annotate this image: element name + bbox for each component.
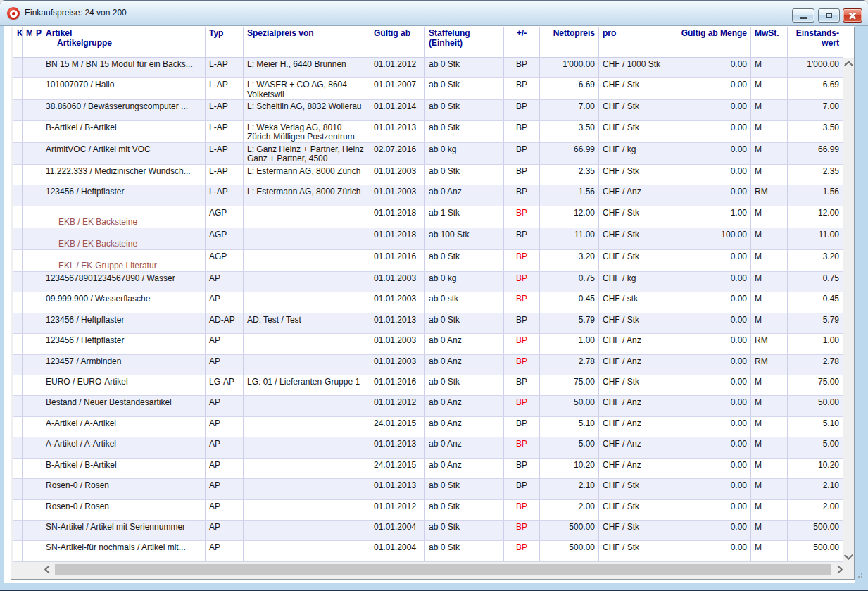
cell-m — [23, 58, 32, 77]
titlebar[interactable]: Einkaufspreise: 24 von 200 — [0, 1, 868, 26]
cell-pro: CHF / Anz — [599, 437, 667, 457]
table-row[interactable]: 123457 / Armbinden AP 01.01.2003 ab 0 An… — [13, 355, 843, 375]
cell-gueltig-ab: 01.01.2013 — [370, 479, 425, 499]
cell-mwst: M — [751, 521, 788, 540]
cell-staffelung: ab 0 Stk — [425, 121, 504, 142]
minimize-button[interactable] — [792, 8, 814, 23]
cell-einstandswert: 3.20 — [788, 250, 843, 271]
table-row[interactable]: 09.999.900 / Wasserflasche AP 01.01.2003… — [13, 292, 843, 313]
cell-pro: CHF / Stk — [599, 78, 667, 99]
scroll-right-icon[interactable] — [834, 565, 843, 574]
table-row[interactable]: EURO / EURO-Artikel LG-AP LG: 01 / Liefe… — [13, 375, 843, 396]
table: K M P ArtikelArtikelgruppe Typ Spezialpr… — [13, 27, 843, 562]
scroll-left-icon[interactable] — [44, 565, 54, 574]
cell-gueltig-ab-menge: 1.00 — [667, 206, 751, 228]
table-row[interactable]: SN-Artikel-für nochmals / Artikel mit...… — [13, 541, 843, 561]
cell-k — [13, 521, 23, 540]
table-row[interactable]: EKB / EK Backsteine AGP 01.01.2018 ab 10… — [13, 228, 843, 250]
horizontal-scrollbar[interactable] — [13, 563, 843, 576]
cell-k — [13, 375, 23, 395]
cell-gueltig-ab-menge: 0.00 — [667, 100, 751, 120]
table-row[interactable]: Rosen-0 / Rosen AP 01.01.2013 ab 0 Stk B… — [13, 479, 843, 499]
table-row[interactable]: Bestand / Neuer Bestandesartikel AP 01.0… — [13, 396, 843, 416]
column-header-typ[interactable]: Typ — [206, 27, 244, 57]
cell-pro: CHF / Stk — [599, 479, 667, 499]
table-row[interactable]: A-Artikel / A-Artikel AP 24.01.2015 ab 0… — [13, 417, 843, 437]
cell-gueltig-ab: 01.01.2003 — [370, 185, 425, 205]
cell-pro: CHF / Stk — [599, 121, 667, 142]
scroll-up-icon[interactable] — [844, 61, 853, 70]
column-header-nettopreis[interactable]: Nettopreis — [540, 27, 599, 57]
table-row[interactable]: EKB / EK Backsteine AGP 01.01.2018 ab 1 … — [13, 206, 843, 228]
column-header-artikel[interactable]: ArtikelArtikelgruppe — [42, 27, 206, 57]
cell-staffelung: ab 100 Stk — [425, 228, 504, 249]
cell-plus-minus: BP — [504, 313, 540, 333]
cell-m — [23, 185, 32, 205]
column-header-plus-minus[interactable]: +/- — [504, 27, 540, 57]
cell-p — [32, 272, 42, 292]
table-row[interactable]: 123456 / Heftpflaster AP 01.01.2003 ab 0… — [13, 334, 843, 354]
cell-typ: L-AP — [206, 165, 244, 185]
cell-staffelung: ab 0 Stk — [425, 375, 504, 395]
cell-gueltig-ab: 01.01.2004 — [370, 541, 425, 561]
cell-typ: L-AP — [206, 121, 244, 142]
table-row[interactable]: SN-Artikel / Artikel mit Seriennummer AP… — [13, 521, 843, 541]
column-header-spezialpreis-von[interactable]: Spezialpreis von — [244, 27, 370, 57]
column-header-gueltig-ab[interactable]: Gültig ab — [370, 27, 425, 57]
scroll-down-icon[interactable] — [844, 551, 853, 560]
cell-spezialpreis-von: AD: Test / Test — [244, 313, 370, 333]
table-row[interactable]: 123456 / Heftpflaster AD-AP AD: Test / T… — [13, 313, 843, 334]
cell-plus-minus: BP — [504, 165, 540, 185]
table-row[interactable]: 123456 / Heftpflaster L-AP L: Estermann … — [13, 185, 843, 206]
cell-typ: AP — [206, 417, 244, 437]
column-header-pro[interactable]: pro — [599, 27, 667, 57]
cell-gueltig-ab: 01.01.2003 — [370, 355, 425, 375]
table-row[interactable]: BN 15 M / BN 15 Modul für ein Backs... L… — [13, 58, 843, 78]
cell-nettopreis: 1'000.00 — [540, 58, 599, 77]
cell-staffelung: ab 0 kg — [425, 143, 504, 164]
table-row[interactable]: A-Artikel / A-Artikel AP 01.01.2013 ab 0… — [13, 437, 843, 458]
cell-typ: AGP — [206, 228, 244, 249]
table-row[interactable]: 12345678901234567890 / Wasser AP 01.01.2… — [13, 272, 843, 292]
table-row[interactable]: 11.222.333 / Medizinischer Wundsch... L-… — [13, 165, 843, 185]
table-row[interactable]: EKL / EK-Gruppe Literatur AGP 01.01.2016… — [13, 250, 843, 272]
cell-staffelung: ab 0 Anz — [425, 355, 504, 375]
cell-typ: L-AP — [206, 100, 244, 120]
column-header-p[interactable]: P — [32, 27, 42, 57]
cell-nettopreis: 3.20 — [540, 250, 599, 271]
maximize-button[interactable] — [818, 8, 840, 23]
cell-pro: CHF / kg — [599, 272, 667, 292]
cell-k — [13, 185, 23, 205]
table-row[interactable]: B-Artikel / B-Artikel AP 24.01.2015 ab 0… — [13, 459, 843, 479]
column-header-gueltig-ab-menge[interactable]: Gültig ab Menge — [667, 27, 751, 57]
cell-k — [13, 334, 23, 354]
column-header-k[interactable]: K — [13, 27, 23, 57]
table-row[interactable]: B-Artikel / B-Artikel L-AP L: Weka Verla… — [13, 121, 843, 143]
column-header-m[interactable]: M — [23, 27, 32, 57]
cell-pro: CHF / Stk — [599, 228, 667, 249]
horizontal-scroll-thumb[interactable] — [55, 564, 831, 575]
cell-m — [23, 121, 32, 142]
column-header-mwst[interactable]: MwSt. — [751, 27, 788, 57]
cell-staffelung: ab 0 Stk — [425, 479, 504, 499]
table-row[interactable]: 38.86060 / Bewässerungscomputer ... L-AP… — [13, 100, 843, 120]
close-button[interactable] — [843, 8, 862, 23]
cell-typ: LG-AP — [206, 375, 244, 395]
cell-nettopreis: 5.10 — [540, 417, 599, 437]
cell-p — [32, 228, 42, 249]
cell-plus-minus: BP — [504, 396, 540, 416]
table-row[interactable]: ArtmitVOC / Artikel mit VOC L-AP L: Ganz… — [13, 143, 843, 165]
cell-mwst: M — [751, 100, 788, 120]
vertical-scrollbar[interactable] — [843, 58, 853, 562]
cell-plus-minus: BP — [504, 228, 540, 249]
column-header-einstandswert[interactable]: Einstands-wert — [788, 27, 843, 57]
cell-m — [23, 228, 32, 249]
table-row[interactable]: Rosen-0 / Rosen AP 01.01.2012 ab 0 Stk B… — [13, 500, 843, 521]
resize-grip-icon[interactable] — [855, 571, 862, 578]
cell-einstandswert: 1.56 — [788, 185, 843, 205]
cell-einstandswert: 500.00 — [788, 541, 843, 561]
table-row[interactable]: 101007070 / Hallo L-AP L: WASER + CO AG,… — [13, 78, 843, 100]
cell-k — [13, 78, 23, 99]
cell-mwst: M — [751, 313, 788, 333]
column-header-staffelung[interactable]: Staffelung(Einheit) — [425, 27, 504, 57]
